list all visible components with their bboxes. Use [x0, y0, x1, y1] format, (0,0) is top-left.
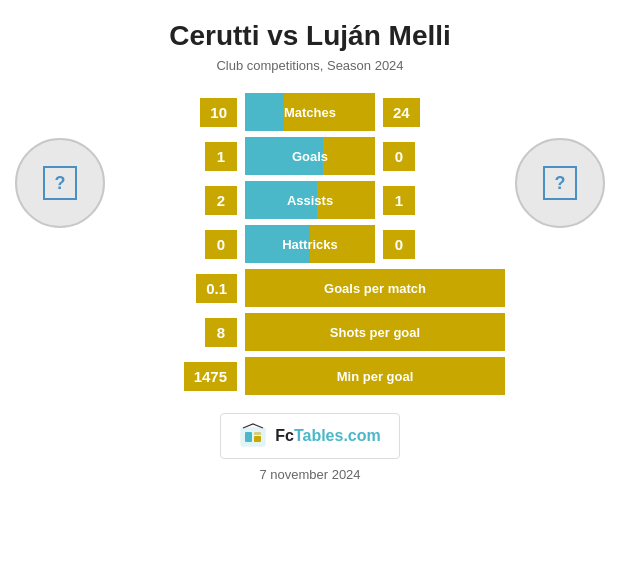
stat-row-min-per-goal: 1475Min per goal	[115, 357, 505, 395]
logo-text: FcTables.com	[275, 427, 381, 445]
svg-rect-2	[254, 436, 261, 442]
stat-bar: Goals per match	[245, 269, 505, 307]
stat-bar: Goals	[245, 137, 375, 175]
fctables-icon	[239, 422, 267, 450]
page-subtitle: Club competitions, Season 2024	[216, 58, 403, 73]
logo-text-highlight: Tables.com	[294, 427, 381, 444]
comparison-area: ? ? 10Matches241Goals02Assists10Hattrick…	[15, 93, 605, 395]
stat-row-goals-per-match: 0.1Goals per match	[115, 269, 505, 307]
stat-row-hattricks: 0Hattricks0	[115, 225, 505, 263]
stat-right-val: 24	[375, 98, 505, 127]
stat-right-val: 1	[375, 186, 505, 215]
stat-label: Matches	[284, 105, 336, 120]
stat-bar: Shots per goal	[245, 313, 505, 351]
stat-left-val: 0	[115, 230, 245, 259]
svg-rect-3	[254, 432, 261, 435]
stat-label: Assists	[287, 193, 333, 208]
stat-label: Hattricks	[282, 237, 338, 252]
page-wrapper: Cerutti vs Luján Melli Club competitions…	[0, 0, 620, 580]
page-title: Cerutti vs Luján Melli	[169, 20, 451, 52]
stat-right-val: 0	[375, 230, 505, 259]
logo-box: FcTables.com	[220, 413, 400, 459]
date-text: 7 november 2024	[259, 467, 360, 482]
svg-rect-0	[241, 428, 265, 446]
stat-bar: Min per goal	[245, 357, 505, 395]
stat-left-val: 8	[115, 318, 245, 347]
stat-left-val: 1475	[115, 362, 245, 391]
svg-rect-1	[245, 432, 252, 442]
stat-row-goals: 1Goals0	[115, 137, 505, 175]
stat-row-shots-per-goal: 8Shots per goal	[115, 313, 505, 351]
stat-row-matches: 10Matches24	[115, 93, 505, 131]
stat-bar: Assists	[245, 181, 375, 219]
logo-section: FcTables.com 7 november 2024	[220, 413, 400, 482]
stat-left-val: 1	[115, 142, 245, 171]
stat-left-val: 2	[115, 186, 245, 215]
stat-bar: Hattricks	[245, 225, 375, 263]
stat-left-val: 10	[115, 98, 245, 127]
stat-bar: Matches	[245, 93, 375, 131]
stat-label: Goals	[292, 149, 328, 164]
stat-label: Goals per match	[324, 281, 426, 296]
stat-label: Min per goal	[337, 369, 414, 384]
stat-label: Shots per goal	[330, 325, 420, 340]
stat-row-assists: 2Assists1	[115, 181, 505, 219]
stat-right-val: 0	[375, 142, 505, 171]
stat-left-val: 0.1	[115, 274, 245, 303]
stats-stack: 10Matches241Goals02Assists10Hattricks00.…	[15, 93, 605, 395]
